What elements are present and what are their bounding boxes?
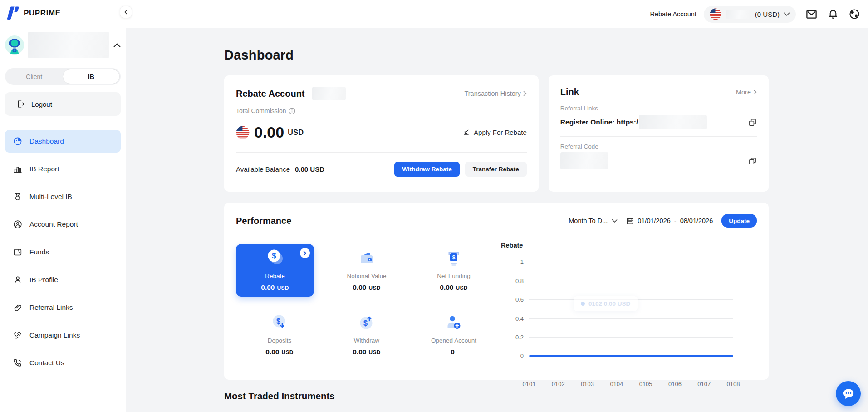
main-area: Rebate Account	[126, 0, 868, 412]
coin-icon: $	[265, 248, 285, 268]
chevron-right-icon	[523, 91, 527, 96]
tile-net-funding[interactable]: $ Net Funding 0.00USD	[410, 244, 497, 297]
tile-opened-account[interactable]: Opened Account 0	[410, 308, 497, 358]
bar-chart-icon	[13, 164, 23, 174]
copy-referral-link-button[interactable]	[748, 118, 757, 127]
rebate-chart: Rebate 1 0.8 0.6 0.4 0.2 0	[501, 242, 741, 373]
tooltip-series-dot	[581, 302, 585, 306]
brand-name: PUPRIME	[24, 9, 61, 18]
sidebar: PUPRIME Client IB	[0, 0, 126, 412]
sidebar-item-ib-profile[interactable]: IB Profile	[5, 268, 121, 291]
tab-client[interactable]: Client	[6, 69, 63, 84]
logout-icon	[16, 99, 25, 109]
brand-logo[interactable]: PUPRIME	[0, 0, 126, 20]
sidebar-item-contact-us[interactable]: Contact Us	[5, 352, 121, 374]
chevron-up-icon[interactable]	[113, 43, 121, 48]
dashboard-icon	[13, 136, 23, 146]
account-selector[interactable]: (0 USD)	[704, 6, 796, 23]
account-type-label: Rebate Account	[650, 10, 696, 18]
y-axis-tick: 0.4	[501, 315, 524, 322]
sidebar-item-label: Contact Us	[29, 359, 64, 367]
y-axis-tick: 0.6	[501, 296, 524, 303]
account-balance: (0 USD)	[755, 10, 780, 18]
us-flag-icon	[236, 126, 250, 139]
gridline	[529, 262, 733, 262]
tile-deposits[interactable]: $ Deposits 0.00USD	[236, 308, 323, 358]
transaction-history-link[interactable]: Transaction History	[464, 90, 526, 97]
card-divider	[236, 152, 527, 153]
chevron-down-icon	[612, 219, 618, 223]
atm-icon: $	[444, 250, 463, 268]
sidebar-item-campaign-links[interactable]: Campaign Links	[5, 324, 121, 347]
tile-label: Withdraw	[354, 337, 379, 344]
profile-row[interactable]	[5, 32, 121, 58]
transfer-rebate-button[interactable]: Transfer Rebate	[465, 162, 527, 177]
performance-card: Performance Month To D...	[224, 203, 769, 380]
sidebar-item-label: Funds	[29, 248, 49, 256]
redacted-referral-link	[639, 115, 707, 129]
sidebar-item-label: Account Report	[29, 220, 78, 228]
tab-ib[interactable]: IB	[63, 69, 120, 84]
tile-rebate[interactable]: $ Rebate 0.00USD	[236, 244, 314, 297]
tile-value: 0.00	[353, 348, 366, 356]
card-divider	[560, 136, 757, 137]
tile-chevron-button[interactable]	[300, 248, 310, 258]
tile-notional-value[interactable]: Notional Value 0.00USD	[323, 244, 410, 297]
link-icon	[13, 303, 23, 313]
tile-unit: USD	[456, 285, 467, 291]
available-balance-label: Available Balance	[236, 165, 290, 173]
sidebar-item-account-report[interactable]: Account Report	[5, 213, 121, 236]
svg-text:$: $	[452, 254, 456, 261]
chart-data-line	[529, 355, 733, 357]
svg-text:$: $	[276, 318, 280, 325]
account-report-icon	[13, 219, 23, 229]
tile-label: Deposits	[268, 337, 292, 344]
y-axis-tick: 0	[501, 352, 524, 359]
chart-plot-area[interactable]: 0102 0.00 USD	[529, 262, 733, 356]
bell-icon	[827, 8, 839, 20]
info-icon[interactable]	[289, 108, 295, 114]
apply-for-rebate-link[interactable]: Apply For Rebate	[462, 129, 527, 136]
sidebar-collapse-button[interactable]	[120, 6, 132, 18]
more-link[interactable]: More	[736, 89, 757, 96]
apply-rebate-icon	[462, 129, 470, 136]
sidebar-item-label: Campaign Links	[29, 331, 80, 339]
notifications-button[interactable]	[827, 8, 839, 20]
sidebar-item-ib-report[interactable]: IB Report	[5, 158, 121, 180]
update-button[interactable]: Update	[721, 214, 757, 228]
deposit-icon: $	[270, 313, 289, 332]
sidebar-item-dashboard[interactable]: Dashboard	[5, 130, 121, 153]
chat-button[interactable]	[836, 381, 861, 406]
sidebar-item-referral-links[interactable]: Referral Links	[5, 296, 121, 319]
range-select[interactable]: Month To D...	[569, 217, 618, 224]
copy-referral-code-button[interactable]	[748, 157, 757, 165]
wallet-notional-icon	[357, 250, 376, 268]
logout-button[interactable]: Logout	[5, 92, 121, 116]
x-axis-tick: 0104	[607, 381, 627, 387]
sidebar-item-funds[interactable]: Funds	[5, 241, 121, 263]
tile-unit: USD	[368, 285, 380, 291]
logout-label: Logout	[31, 100, 52, 108]
tile-withdraw[interactable]: $ Withdraw 0.00USD	[323, 308, 410, 358]
tile-unit: USD	[277, 285, 289, 291]
chart-tooltip: 0102 0.00 USD	[574, 296, 638, 311]
date-range-picker[interactable]: 01/01/2026 - 08/01/2026	[626, 217, 713, 225]
language-button[interactable]	[848, 8, 860, 20]
gridline	[529, 281, 733, 281]
date-start: 01/01/2026	[638, 217, 671, 224]
redacted-rebate-account-id	[312, 87, 346, 100]
y-axis-tick: 0.8	[501, 277, 524, 284]
performance-tiles: $ Rebate 0.00USD	[236, 244, 497, 358]
redacted-account-name	[28, 32, 109, 58]
x-axis-labels: 0101 0102 0103 0104 0105 0106 0107 0108	[529, 381, 733, 387]
withdraw-rebate-button[interactable]: Withdraw Rebate	[394, 162, 459, 177]
page-title: Dashboard	[224, 48, 769, 63]
sidebar-nav: Dashboard IB Report Multi-Level IB	[0, 130, 126, 374]
sidebar-item-multi-level-ib[interactable]: Multi-Level IB	[5, 185, 121, 208]
mail-button[interactable]	[805, 8, 818, 20]
chart-title: Rebate	[501, 242, 741, 249]
gridline	[529, 337, 733, 338]
referral-link-text: Register Online: https:/	[560, 118, 638, 126]
tile-label: Notional Value	[347, 273, 387, 279]
referral-code-label: Referral Code	[560, 143, 757, 150]
